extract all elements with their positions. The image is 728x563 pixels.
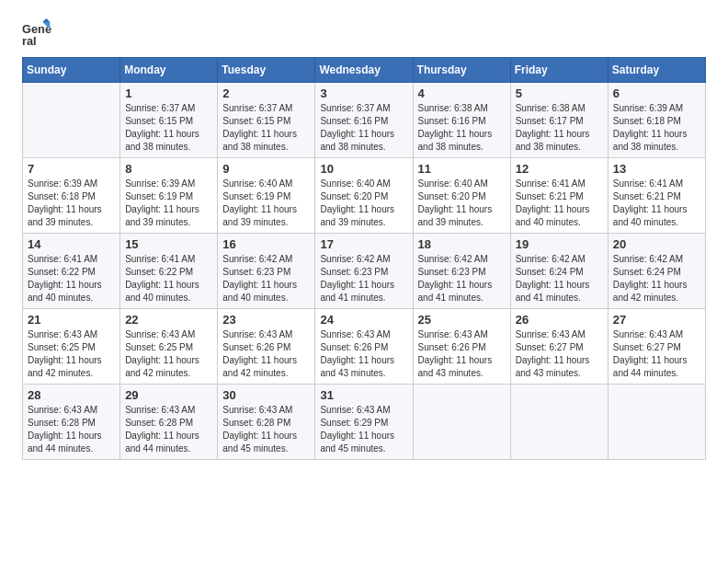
day-number: 5 xyxy=(516,86,603,100)
calendar-cell: 9Sunrise: 6:40 AM Sunset: 6:19 PM Daylig… xyxy=(218,158,315,234)
day-info: Sunrise: 6:40 AM Sunset: 6:20 PM Dayligh… xyxy=(418,178,506,229)
calendar-cell: 8Sunrise: 6:39 AM Sunset: 6:19 PM Daylig… xyxy=(120,158,218,234)
day-number: 25 xyxy=(418,313,506,327)
week-row-4: 21Sunrise: 6:43 AM Sunset: 6:25 PM Dayli… xyxy=(23,309,706,385)
day-number: 30 xyxy=(222,388,310,402)
calendar-cell: 2Sunrise: 6:37 AM Sunset: 6:15 PM Daylig… xyxy=(218,83,315,158)
day-number: 18 xyxy=(418,237,506,251)
calendar-cell: 12Sunrise: 6:41 AM Sunset: 6:21 PM Dayli… xyxy=(510,158,608,234)
day-number: 7 xyxy=(28,162,115,176)
day-number: 22 xyxy=(125,313,212,327)
day-number: 14 xyxy=(28,237,115,251)
calendar-cell xyxy=(23,83,120,158)
logo-icon: Gene ral xyxy=(22,18,51,48)
page-header: Gene ral xyxy=(22,18,706,48)
day-info: Sunrise: 6:37 AM Sunset: 6:15 PM Dayligh… xyxy=(125,102,212,154)
day-info: Sunrise: 6:40 AM Sunset: 6:19 PM Dayligh… xyxy=(222,178,310,229)
day-number: 20 xyxy=(613,237,700,251)
day-info: Sunrise: 6:41 AM Sunset: 6:21 PM Dayligh… xyxy=(613,178,700,229)
calendar-cell xyxy=(510,385,608,460)
day-info: Sunrise: 6:43 AM Sunset: 6:27 PM Dayligh… xyxy=(516,328,603,380)
week-row-5: 28Sunrise: 6:43 AM Sunset: 6:28 PM Dayli… xyxy=(23,385,706,460)
day-number: 12 xyxy=(516,162,603,176)
week-row-3: 14Sunrise: 6:41 AM Sunset: 6:22 PM Dayli… xyxy=(23,234,706,309)
logo: Gene ral xyxy=(22,18,55,48)
day-info: Sunrise: 6:38 AM Sunset: 6:17 PM Dayligh… xyxy=(516,102,603,154)
header-friday: Friday xyxy=(510,58,608,83)
calendar-cell: 22Sunrise: 6:43 AM Sunset: 6:25 PM Dayli… xyxy=(120,309,218,385)
week-row-1: 1Sunrise: 6:37 AM Sunset: 6:15 PM Daylig… xyxy=(23,83,706,158)
calendar-cell: 4Sunrise: 6:38 AM Sunset: 6:16 PM Daylig… xyxy=(413,83,510,158)
day-number: 11 xyxy=(418,162,506,176)
day-number: 4 xyxy=(418,86,506,100)
calendar-cell: 3Sunrise: 6:37 AM Sunset: 6:16 PM Daylig… xyxy=(315,83,413,158)
day-number: 19 xyxy=(516,237,603,251)
day-number: 6 xyxy=(613,86,700,100)
day-number: 1 xyxy=(125,86,212,100)
day-number: 24 xyxy=(320,313,407,327)
calendar-cell: 7Sunrise: 6:39 AM Sunset: 6:18 PM Daylig… xyxy=(23,158,120,234)
header-wednesday: Wednesday xyxy=(315,58,413,83)
day-info: Sunrise: 6:41 AM Sunset: 6:22 PM Dayligh… xyxy=(125,253,212,304)
day-info: Sunrise: 6:43 AM Sunset: 6:26 PM Dayligh… xyxy=(320,328,407,380)
calendar-cell: 20Sunrise: 6:42 AM Sunset: 6:24 PM Dayli… xyxy=(608,234,705,309)
header-thursday: Thursday xyxy=(413,58,510,83)
day-info: Sunrise: 6:43 AM Sunset: 6:26 PM Dayligh… xyxy=(222,328,310,380)
day-number: 16 xyxy=(222,237,310,251)
day-number: 10 xyxy=(320,162,407,176)
day-info: Sunrise: 6:41 AM Sunset: 6:21 PM Dayligh… xyxy=(516,178,603,229)
day-number: 3 xyxy=(320,86,407,100)
day-number: 26 xyxy=(516,313,603,327)
day-info: Sunrise: 6:42 AM Sunset: 6:23 PM Dayligh… xyxy=(222,253,310,304)
calendar-cell: 31Sunrise: 6:43 AM Sunset: 6:29 PM Dayli… xyxy=(315,385,413,460)
calendar-cell: 23Sunrise: 6:43 AM Sunset: 6:26 PM Dayli… xyxy=(218,309,315,385)
svg-text:ral: ral xyxy=(22,34,37,48)
day-info: Sunrise: 6:42 AM Sunset: 6:24 PM Dayligh… xyxy=(613,253,700,304)
day-info: Sunrise: 6:42 AM Sunset: 6:23 PM Dayligh… xyxy=(320,253,407,304)
svg-marker-3 xyxy=(42,18,50,22)
header-tuesday: Tuesday xyxy=(218,58,315,83)
day-info: Sunrise: 6:43 AM Sunset: 6:28 PM Dayligh… xyxy=(28,404,115,455)
calendar-cell: 13Sunrise: 6:41 AM Sunset: 6:21 PM Dayli… xyxy=(608,158,705,234)
day-number: 13 xyxy=(613,162,700,176)
day-info: Sunrise: 6:43 AM Sunset: 6:26 PM Dayligh… xyxy=(418,328,506,380)
calendar-cell: 29Sunrise: 6:43 AM Sunset: 6:28 PM Dayli… xyxy=(120,385,218,460)
calendar-cell: 11Sunrise: 6:40 AM Sunset: 6:20 PM Dayli… xyxy=(413,158,510,234)
day-info: Sunrise: 6:43 AM Sunset: 6:29 PM Dayligh… xyxy=(320,404,407,455)
day-number: 27 xyxy=(613,313,700,327)
day-info: Sunrise: 6:41 AM Sunset: 6:22 PM Dayligh… xyxy=(28,253,115,304)
day-info: Sunrise: 6:37 AM Sunset: 6:15 PM Dayligh… xyxy=(222,102,310,154)
week-row-2: 7Sunrise: 6:39 AM Sunset: 6:18 PM Daylig… xyxy=(23,158,706,234)
day-info: Sunrise: 6:37 AM Sunset: 6:16 PM Dayligh… xyxy=(320,102,407,154)
calendar-cell: 16Sunrise: 6:42 AM Sunset: 6:23 PM Dayli… xyxy=(218,234,315,309)
day-number: 21 xyxy=(28,313,115,327)
day-info: Sunrise: 6:38 AM Sunset: 6:16 PM Dayligh… xyxy=(418,102,506,154)
day-number: 2 xyxy=(222,86,310,100)
day-info: Sunrise: 6:43 AM Sunset: 6:28 PM Dayligh… xyxy=(125,404,212,455)
header-saturday: Saturday xyxy=(608,58,705,83)
calendar-cell: 17Sunrise: 6:42 AM Sunset: 6:23 PM Dayli… xyxy=(315,234,413,309)
day-number: 8 xyxy=(125,162,212,176)
day-number: 31 xyxy=(320,388,407,402)
calendar-cell: 6Sunrise: 6:39 AM Sunset: 6:18 PM Daylig… xyxy=(608,83,705,158)
calendar-cell: 14Sunrise: 6:41 AM Sunset: 6:22 PM Dayli… xyxy=(23,234,120,309)
day-info: Sunrise: 6:42 AM Sunset: 6:24 PM Dayligh… xyxy=(516,253,603,304)
calendar-cell: 5Sunrise: 6:38 AM Sunset: 6:17 PM Daylig… xyxy=(510,83,608,158)
calendar-cell: 28Sunrise: 6:43 AM Sunset: 6:28 PM Dayli… xyxy=(23,385,120,460)
day-number: 23 xyxy=(222,313,310,327)
calendar-cell: 15Sunrise: 6:41 AM Sunset: 6:22 PM Dayli… xyxy=(120,234,218,309)
day-info: Sunrise: 6:43 AM Sunset: 6:25 PM Dayligh… xyxy=(125,328,212,380)
day-info: Sunrise: 6:43 AM Sunset: 6:28 PM Dayligh… xyxy=(222,404,310,455)
day-info: Sunrise: 6:43 AM Sunset: 6:25 PM Dayligh… xyxy=(28,328,115,380)
day-info: Sunrise: 6:40 AM Sunset: 6:20 PM Dayligh… xyxy=(320,178,407,229)
day-info: Sunrise: 6:39 AM Sunset: 6:18 PM Dayligh… xyxy=(613,102,700,154)
calendar-cell xyxy=(413,385,510,460)
calendar-cell: 25Sunrise: 6:43 AM Sunset: 6:26 PM Dayli… xyxy=(413,309,510,385)
calendar-cell: 10Sunrise: 6:40 AM Sunset: 6:20 PM Dayli… xyxy=(315,158,413,234)
calendar-cell: 18Sunrise: 6:42 AM Sunset: 6:23 PM Dayli… xyxy=(413,234,510,309)
day-number: 9 xyxy=(222,162,310,176)
calendar-header-row: SundayMondayTuesdayWednesdayThursdayFrid… xyxy=(23,58,706,83)
calendar-cell xyxy=(608,385,705,460)
day-info: Sunrise: 6:39 AM Sunset: 6:19 PM Dayligh… xyxy=(125,178,212,229)
header-sunday: Sunday xyxy=(23,58,120,83)
